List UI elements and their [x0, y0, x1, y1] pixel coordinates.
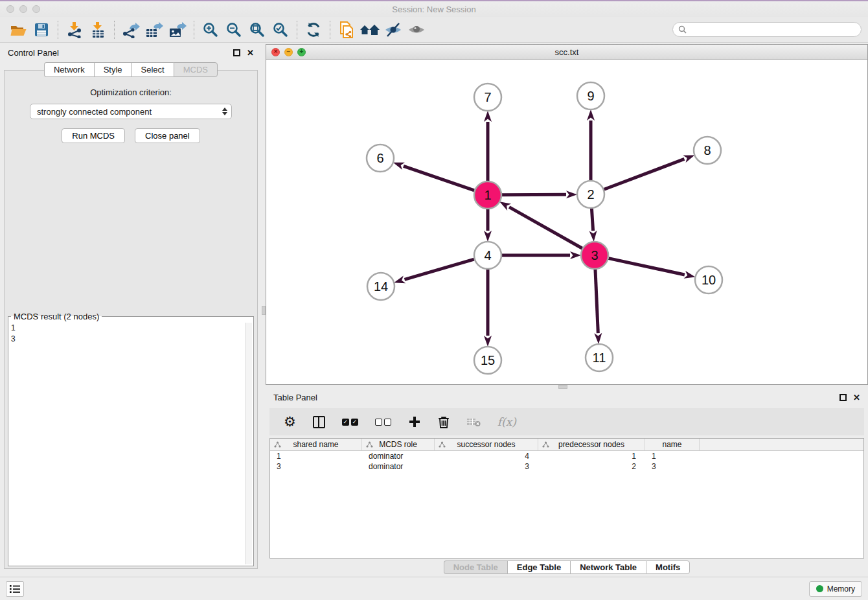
cell[interactable]: 3 [645, 461, 700, 472]
tab-edge-table[interactable]: Edge Table [507, 560, 570, 574]
function-builder-icon[interactable]: f(x) [497, 415, 516, 428]
export-table-icon[interactable] [143, 19, 166, 40]
zoom-out-icon[interactable] [222, 19, 246, 40]
home-layout-icon[interactable] [358, 19, 382, 40]
memory-status-icon [816, 585, 823, 592]
col-successor-nodes[interactable]: successor nodes [435, 439, 538, 450]
select-stepper-icon [222, 108, 227, 115]
deselect-all-columns-icon[interactable] [375, 419, 391, 426]
cell[interactable]: dominator [362, 451, 435, 461]
cell[interactable]: 2 [538, 461, 645, 472]
export-network-icon[interactable] [119, 19, 143, 40]
cell[interactable]: 1 [645, 451, 700, 461]
zoom-fit-icon[interactable] [246, 19, 269, 40]
control-panel-tabs: Network Style Select MCDS [0, 62, 262, 77]
table-settings-icon[interactable] [284, 414, 296, 430]
show-columns-icon[interactable] [313, 416, 325, 428]
tab-mcds[interactable]: MCDS [174, 62, 218, 77]
search-input[interactable] [690, 25, 856, 34]
search-icon [678, 25, 687, 34]
criterion-select[interactable]: strongly connected component [30, 104, 232, 119]
network-window-titlebar[interactable]: scc.txt [266, 45, 867, 60]
column-type-icon [542, 441, 549, 448]
open-session-icon[interactable] [6, 19, 30, 40]
float-table-panel-icon[interactable] [839, 394, 847, 401]
memory-button[interactable]: Memory [809, 581, 862, 597]
mcds-result-list[interactable]: 1 3 [11, 323, 244, 564]
svg-text:1: 1 [484, 188, 491, 202]
optimization-criterion-label: Optimization criterion: [5, 87, 257, 97]
cell[interactable]: dominator [362, 461, 435, 472]
tab-motifs[interactable]: Motifs [646, 560, 690, 574]
refresh-view-icon[interactable] [302, 19, 325, 40]
float-panel-icon[interactable] [233, 49, 240, 56]
add-row-icon[interactable] [408, 415, 421, 428]
hide-graphics-details-icon[interactable] [382, 19, 405, 40]
control-panel: Control Panel Network Style Select MCDS … [0, 44, 262, 577]
column-label: successor nodes [457, 440, 515, 449]
close-panel-icon[interactable] [247, 49, 254, 57]
select-all-columns-icon[interactable] [342, 419, 358, 426]
toolbar-separator [114, 21, 115, 39]
cell[interactable]: 4 [435, 451, 538, 461]
network-canvas[interactable]: 7968124314101511 [266, 60, 867, 384]
status-bar: Memory [0, 577, 868, 600]
mcds-result-title: MCDS result (2 nodes) [11, 312, 102, 321]
memory-label: Memory [827, 584, 855, 594]
cell[interactable]: 1 [270, 451, 362, 461]
table-row[interactable]: 3 dominator 3 2 3 [270, 461, 863, 472]
import-network-icon[interactable] [63, 19, 86, 40]
network-title: scc.txt [266, 47, 867, 57]
svg-text:11: 11 [593, 351, 606, 365]
search-field[interactable] [672, 22, 862, 37]
run-mcds-button[interactable]: Run MCDS [62, 128, 125, 143]
save-session-icon[interactable] [30, 19, 53, 40]
col-predecessor-nodes[interactable]: predecessor nodes [538, 439, 645, 450]
list-icon [10, 584, 20, 594]
duplicate-network-icon[interactable] [335, 19, 358, 40]
col-name[interactable]: name [645, 439, 700, 450]
svg-text:2: 2 [587, 187, 594, 202]
import-table-icon[interactable] [86, 19, 109, 40]
svg-text:3: 3 [591, 248, 598, 262]
task-history-button[interactable] [6, 581, 24, 597]
table-panel: Table Panel f(x) shared name [266, 389, 868, 577]
column-label: predecessor nodes [558, 440, 624, 449]
tab-network-table[interactable]: Network Table [570, 560, 646, 574]
column-type-icon [439, 441, 446, 448]
tab-node-table[interactable]: Node Table [444, 560, 507, 574]
cell[interactable]: 1 [538, 451, 645, 461]
svg-text:15: 15 [481, 353, 495, 367]
cell[interactable]: 3 [270, 461, 362, 472]
svg-text:8: 8 [703, 143, 711, 157]
show-graphics-details-icon[interactable] [405, 19, 428, 40]
close-table-panel-icon[interactable] [853, 393, 860, 402]
svg-text:10: 10 [702, 273, 716, 287]
tab-select[interactable]: Select [131, 62, 174, 77]
zoom-selected-icon[interactable] [269, 19, 292, 40]
svg-text:9: 9 [587, 89, 594, 103]
control-panel-title: Control Panel [8, 48, 59, 58]
tab-network[interactable]: Network [44, 62, 94, 77]
cell-filler [700, 451, 863, 461]
tab-style[interactable]: Style [94, 62, 131, 77]
column-label: MCDS role [379, 440, 417, 449]
network-graph[interactable]: 7968124314101511 [266, 60, 867, 384]
table-row[interactable]: 1 dominator 4 1 1 [270, 451, 863, 461]
delete-row-icon[interactable] [438, 415, 450, 428]
column-label: shared name [293, 440, 338, 449]
toolbar-separator [194, 21, 194, 39]
result-scrollbar[interactable] [245, 323, 252, 564]
cell[interactable]: 3 [435, 461, 538, 472]
window-title: Session: New Session [0, 5, 868, 14]
delete-table-icon[interactable] [466, 417, 481, 427]
export-image-icon[interactable] [166, 19, 189, 40]
criterion-selected-value: strongly connected component [37, 107, 222, 117]
col-shared-name[interactable]: shared name [270, 439, 362, 450]
toolbar-separator [330, 21, 330, 39]
col-mcds-role[interactable]: MCDS role [362, 439, 435, 450]
main-toolbar [0, 17, 868, 43]
table-header-row: shared name MCDS role successor nodes pr… [270, 439, 863, 451]
zoom-in-icon[interactable] [199, 19, 222, 40]
close-panel-button[interactable]: Close panel [135, 128, 200, 143]
